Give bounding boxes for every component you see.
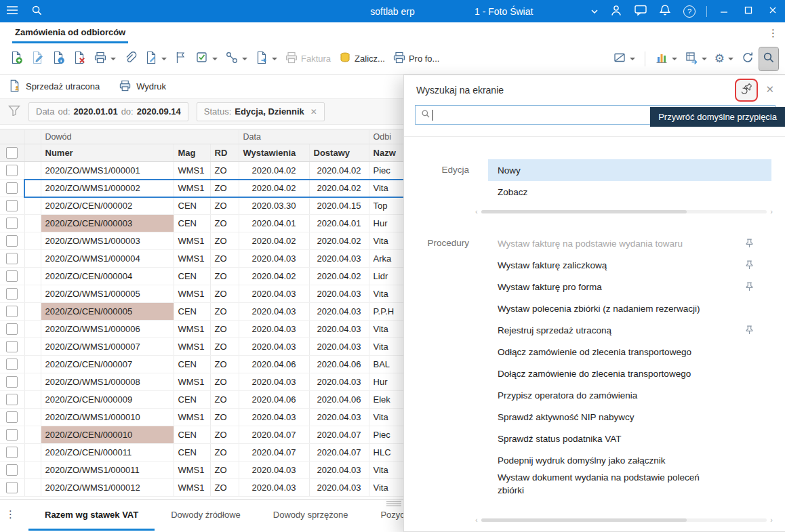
row-checkbox[interactable] xyxy=(6,218,18,229)
panel-close-icon[interactable]: ✕ xyxy=(765,84,774,94)
bottom-tab[interactable]: Dowody sprzężone xyxy=(257,500,365,531)
close-button[interactable] xyxy=(761,0,785,22)
scroll-right-icon[interactable]: › xyxy=(770,516,773,523)
select-all-checkbox[interactable] xyxy=(6,147,18,159)
global-search-button[interactable] xyxy=(24,0,49,22)
pin-icon[interactable] xyxy=(745,260,754,270)
status-filter-chip[interactable]: Status: Edycja, Dziennik ✕ xyxy=(197,102,325,121)
document-info-button[interactable] xyxy=(49,47,68,70)
relations-button[interactable] xyxy=(222,47,250,70)
minimize-button[interactable] xyxy=(712,0,736,22)
scroll-left-icon[interactable]: ‹ xyxy=(475,516,478,523)
row-checkbox[interactable] xyxy=(6,270,18,282)
horizontal-scrollbar[interactable]: ‹ › xyxy=(475,208,773,215)
row-checkbox[interactable] xyxy=(6,288,18,300)
chevron-down-icon[interactable] xyxy=(702,58,707,60)
edit-document-button[interactable] xyxy=(28,47,47,70)
panel-item[interactable]: Przypisz operatora do zamówienia xyxy=(488,384,771,406)
row-checkbox[interactable] xyxy=(6,341,18,352)
issue-document-button[interactable] xyxy=(142,47,169,70)
zaliczka-button[interactable]: Zalicz... xyxy=(336,47,388,70)
tab-overflow-menu-button[interactable]: ⋮ xyxy=(768,22,778,43)
pin-icon[interactable] xyxy=(745,325,754,335)
panel-item[interactable]: Odłącz zamówienie od zlecenia transporto… xyxy=(488,341,771,363)
scrollbar-thumb[interactable] xyxy=(481,518,687,522)
restore-default-pins-button[interactable] xyxy=(735,79,758,102)
notifications-button[interactable] xyxy=(653,0,677,22)
panel-item[interactable]: Wystaw fakturę na podstawie wydania towa… xyxy=(488,232,771,254)
panel-item[interactable]: Zobacz xyxy=(488,181,771,203)
user-button[interactable] xyxy=(604,0,628,22)
row-checkbox[interactable] xyxy=(6,359,18,370)
panel-item[interactable]: Rejestruj sprzedaż utraconą xyxy=(488,319,771,341)
column-mag[interactable]: Mag xyxy=(174,144,210,162)
chevron-down-icon[interactable] xyxy=(242,58,247,60)
remove-filter-icon[interactable]: ✕ xyxy=(310,107,317,117)
column-numer[interactable]: Numer xyxy=(41,144,174,162)
column-wystawienia[interactable]: Wystawienia xyxy=(239,144,309,162)
row-checkbox[interactable] xyxy=(6,411,18,423)
filter-funnel-icon[interactable] xyxy=(8,105,20,118)
column-dostawy[interactable]: Dostawy xyxy=(309,144,369,162)
chevron-down-icon[interactable] xyxy=(272,58,277,60)
row-checkbox[interactable] xyxy=(6,306,18,317)
wydruk-button[interactable]: Wydruk xyxy=(119,79,166,94)
status-check-button[interactable] xyxy=(193,47,220,70)
column-rd[interactable]: RD xyxy=(210,144,239,162)
preview-toggle-button[interactable] xyxy=(610,47,638,70)
panel-item[interactable]: Wystaw polecenia zbiórki (z nadaniem rez… xyxy=(488,298,771,319)
panel-item[interactable]: Podepnij wydruk domyślny jako załącznik xyxy=(488,449,771,471)
row-checkbox[interactable] xyxy=(6,429,18,441)
panel-item[interactable]: Wystaw fakturę zaliczkową xyxy=(488,254,771,276)
chevron-down-icon[interactable] xyxy=(161,58,167,60)
band-data[interactable]: Data xyxy=(239,129,369,144)
help-button[interactable]: ? xyxy=(677,0,702,22)
delete-document-button[interactable] xyxy=(70,47,89,70)
row-checkbox[interactable] xyxy=(6,482,18,493)
maximize-button[interactable] xyxy=(736,0,761,22)
row-checkbox[interactable] xyxy=(6,376,18,388)
panel-item[interactable]: Nowy xyxy=(488,159,771,181)
row-checkbox[interactable] xyxy=(6,165,18,176)
row-checkbox[interactable] xyxy=(6,447,18,458)
forward-document-button[interactable] xyxy=(252,47,280,70)
flag-button[interactable] xyxy=(172,47,190,70)
scrollbar-thumb[interactable] xyxy=(481,210,687,213)
print-button[interactable] xyxy=(91,47,119,70)
attachment-button[interactable] xyxy=(121,47,140,70)
panel-item[interactable]: Wystaw fakturę pro forma xyxy=(488,276,771,298)
proforma-button[interactable]: Pro fo... xyxy=(390,47,443,70)
pin-icon[interactable] xyxy=(745,282,754,291)
messages-button[interactable] xyxy=(628,0,653,22)
band-dowod[interactable]: Dowód xyxy=(41,129,239,144)
row-checkbox[interactable] xyxy=(6,323,18,335)
row-checkbox[interactable] xyxy=(6,464,18,476)
bottom-tab[interactable]: Razem wg stawek VAT xyxy=(28,500,155,531)
company-chevron-down-icon[interactable] xyxy=(591,0,598,22)
faktura-button[interactable]: Faktura xyxy=(282,47,334,70)
row-checkbox[interactable] xyxy=(6,253,18,264)
hamburger-menu-button[interactable] xyxy=(0,0,24,22)
export-view-button[interactable] xyxy=(682,47,710,70)
row-checkbox[interactable] xyxy=(6,235,18,247)
scroll-right-icon[interactable]: › xyxy=(770,208,773,215)
panel-item[interactable]: Wystaw dokument wydania na podstawie pol… xyxy=(488,471,771,497)
row-checkbox[interactable] xyxy=(6,182,18,194)
bottom-tab[interactable]: Dowody źródłowe xyxy=(155,500,257,531)
new-document-button[interactable] xyxy=(7,47,26,70)
panel-item[interactable]: Sprawdź status podatnika VAT xyxy=(488,428,771,449)
pin-icon[interactable] xyxy=(745,239,754,248)
screen-search-button[interactable] xyxy=(759,47,778,70)
bottom-tabs-menu-button[interactable]: ⋮ xyxy=(5,508,16,520)
chevron-down-icon[interactable] xyxy=(212,58,218,60)
refresh-button[interactable] xyxy=(738,47,757,70)
chevron-down-icon[interactable] xyxy=(630,58,635,60)
chevron-down-icon[interactable] xyxy=(728,58,733,60)
date-filter-chip[interactable]: Data od: 2020.01.01 do: 2020.09.14 xyxy=(28,102,188,121)
scroll-left-icon[interactable]: ‹ xyxy=(475,208,478,215)
settings-button[interactable]: ⚙ xyxy=(712,47,736,70)
lost-sale-button[interactable]: Sprzedaż utracona xyxy=(8,79,100,94)
chart-button[interactable] xyxy=(652,47,680,70)
panel-item[interactable]: Sprawdź aktywność NIP nabywcy xyxy=(488,406,771,428)
company-selector[interactable]: 1 - Foto Świat xyxy=(475,0,533,22)
